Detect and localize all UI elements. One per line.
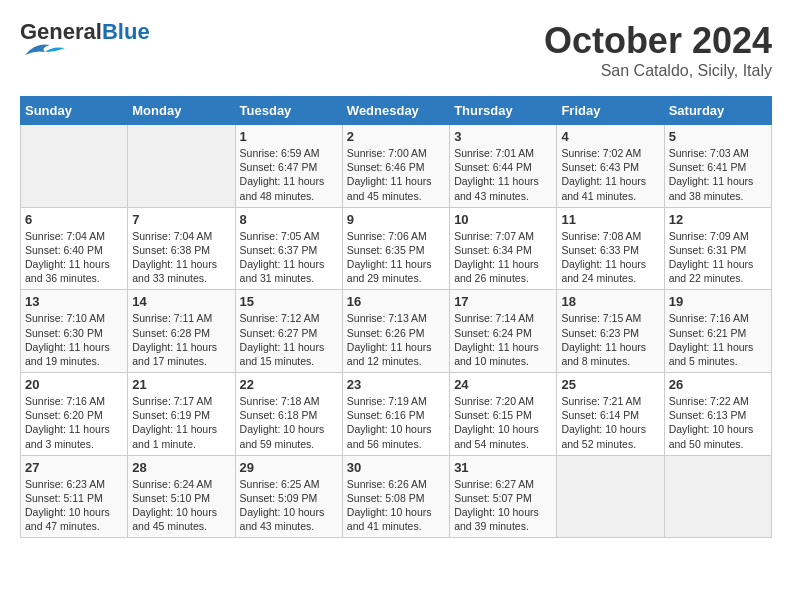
calendar-cell xyxy=(21,125,128,208)
calendar-header: Sunday Monday Tuesday Wednesday Thursday… xyxy=(21,97,772,125)
col-tuesday: Tuesday xyxy=(235,97,342,125)
calendar-cell: 2Sunrise: 7:00 AM Sunset: 6:46 PM Daylig… xyxy=(342,125,449,208)
calendar-cell: 24Sunrise: 7:20 AM Sunset: 6:15 PM Dayli… xyxy=(450,373,557,456)
calendar-week-1: 1Sunrise: 6:59 AM Sunset: 6:47 PM Daylig… xyxy=(21,125,772,208)
day-number: 28 xyxy=(132,460,230,475)
day-number: 19 xyxy=(669,294,767,309)
month-title: October 2024 xyxy=(544,20,772,62)
day-number: 2 xyxy=(347,129,445,144)
calendar-cell: 13Sunrise: 7:10 AM Sunset: 6:30 PM Dayli… xyxy=(21,290,128,373)
calendar-week-2: 6Sunrise: 7:04 AM Sunset: 6:40 PM Daylig… xyxy=(21,207,772,290)
day-info: Sunrise: 7:00 AM Sunset: 6:46 PM Dayligh… xyxy=(347,146,445,203)
calendar-cell: 20Sunrise: 7:16 AM Sunset: 6:20 PM Dayli… xyxy=(21,373,128,456)
day-number: 16 xyxy=(347,294,445,309)
day-number: 12 xyxy=(669,212,767,227)
day-info: Sunrise: 6:27 AM Sunset: 5:07 PM Dayligh… xyxy=(454,477,552,534)
day-info: Sunrise: 7:07 AM Sunset: 6:34 PM Dayligh… xyxy=(454,229,552,286)
col-friday: Friday xyxy=(557,97,664,125)
day-number: 24 xyxy=(454,377,552,392)
calendar-cell xyxy=(557,455,664,538)
day-info: Sunrise: 7:19 AM Sunset: 6:16 PM Dayligh… xyxy=(347,394,445,451)
calendar-cell: 23Sunrise: 7:19 AM Sunset: 6:16 PM Dayli… xyxy=(342,373,449,456)
logo-blue-text: Blue xyxy=(102,19,150,44)
day-number: 30 xyxy=(347,460,445,475)
calendar-cell: 4Sunrise: 7:02 AM Sunset: 6:43 PM Daylig… xyxy=(557,125,664,208)
day-number: 17 xyxy=(454,294,552,309)
calendar-cell: 8Sunrise: 7:05 AM Sunset: 6:37 PM Daylig… xyxy=(235,207,342,290)
calendar-cell: 1Sunrise: 6:59 AM Sunset: 6:47 PM Daylig… xyxy=(235,125,342,208)
day-number: 23 xyxy=(347,377,445,392)
day-number: 9 xyxy=(347,212,445,227)
day-number: 4 xyxy=(561,129,659,144)
day-info: Sunrise: 7:18 AM Sunset: 6:18 PM Dayligh… xyxy=(240,394,338,451)
day-number: 22 xyxy=(240,377,338,392)
calendar-cell: 10Sunrise: 7:07 AM Sunset: 6:34 PM Dayli… xyxy=(450,207,557,290)
col-monday: Monday xyxy=(128,97,235,125)
location: San Cataldo, Sicily, Italy xyxy=(544,62,772,80)
day-number: 27 xyxy=(25,460,123,475)
calendar-cell: 19Sunrise: 7:16 AM Sunset: 6:21 PM Dayli… xyxy=(664,290,771,373)
day-info: Sunrise: 7:12 AM Sunset: 6:27 PM Dayligh… xyxy=(240,311,338,368)
day-info: Sunrise: 7:10 AM Sunset: 6:30 PM Dayligh… xyxy=(25,311,123,368)
col-thursday: Thursday xyxy=(450,97,557,125)
day-number: 10 xyxy=(454,212,552,227)
calendar-cell: 21Sunrise: 7:17 AM Sunset: 6:19 PM Dayli… xyxy=(128,373,235,456)
day-number: 21 xyxy=(132,377,230,392)
day-info: Sunrise: 6:26 AM Sunset: 5:08 PM Dayligh… xyxy=(347,477,445,534)
calendar-cell: 22Sunrise: 7:18 AM Sunset: 6:18 PM Dayli… xyxy=(235,373,342,456)
day-info: Sunrise: 7:17 AM Sunset: 6:19 PM Dayligh… xyxy=(132,394,230,451)
calendar-cell: 27Sunrise: 6:23 AM Sunset: 5:11 PM Dayli… xyxy=(21,455,128,538)
calendar-cell xyxy=(128,125,235,208)
day-info: Sunrise: 7:20 AM Sunset: 6:15 PM Dayligh… xyxy=(454,394,552,451)
calendar-cell: 7Sunrise: 7:04 AM Sunset: 6:38 PM Daylig… xyxy=(128,207,235,290)
day-number: 3 xyxy=(454,129,552,144)
calendar-cell: 25Sunrise: 7:21 AM Sunset: 6:14 PM Dayli… xyxy=(557,373,664,456)
day-info: Sunrise: 6:25 AM Sunset: 5:09 PM Dayligh… xyxy=(240,477,338,534)
day-number: 5 xyxy=(669,129,767,144)
day-info: Sunrise: 7:01 AM Sunset: 6:44 PM Dayligh… xyxy=(454,146,552,203)
calendar-cell: 30Sunrise: 6:26 AM Sunset: 5:08 PM Dayli… xyxy=(342,455,449,538)
calendar-body: 1Sunrise: 6:59 AM Sunset: 6:47 PM Daylig… xyxy=(21,125,772,538)
day-number: 29 xyxy=(240,460,338,475)
day-number: 1 xyxy=(240,129,338,144)
calendar-cell: 31Sunrise: 6:27 AM Sunset: 5:07 PM Dayli… xyxy=(450,455,557,538)
day-info: Sunrise: 7:16 AM Sunset: 6:20 PM Dayligh… xyxy=(25,394,123,451)
calendar-cell: 12Sunrise: 7:09 AM Sunset: 6:31 PM Dayli… xyxy=(664,207,771,290)
day-number: 7 xyxy=(132,212,230,227)
day-number: 20 xyxy=(25,377,123,392)
calendar-cell: 28Sunrise: 6:24 AM Sunset: 5:10 PM Dayli… xyxy=(128,455,235,538)
calendar-cell: 26Sunrise: 7:22 AM Sunset: 6:13 PM Dayli… xyxy=(664,373,771,456)
day-number: 13 xyxy=(25,294,123,309)
header-row: Sunday Monday Tuesday Wednesday Thursday… xyxy=(21,97,772,125)
day-info: Sunrise: 6:59 AM Sunset: 6:47 PM Dayligh… xyxy=(240,146,338,203)
calendar-cell: 14Sunrise: 7:11 AM Sunset: 6:28 PM Dayli… xyxy=(128,290,235,373)
calendar-week-3: 13Sunrise: 7:10 AM Sunset: 6:30 PM Dayli… xyxy=(21,290,772,373)
day-info: Sunrise: 7:02 AM Sunset: 6:43 PM Dayligh… xyxy=(561,146,659,203)
day-info: Sunrise: 7:05 AM Sunset: 6:37 PM Dayligh… xyxy=(240,229,338,286)
calendar-cell: 15Sunrise: 7:12 AM Sunset: 6:27 PM Dayli… xyxy=(235,290,342,373)
day-info: Sunrise: 7:08 AM Sunset: 6:33 PM Dayligh… xyxy=(561,229,659,286)
calendar-cell: 5Sunrise: 7:03 AM Sunset: 6:41 PM Daylig… xyxy=(664,125,771,208)
day-info: Sunrise: 7:06 AM Sunset: 6:35 PM Dayligh… xyxy=(347,229,445,286)
day-info: Sunrise: 7:04 AM Sunset: 6:40 PM Dayligh… xyxy=(25,229,123,286)
logo-general-text: General xyxy=(20,19,102,44)
calendar-week-5: 27Sunrise: 6:23 AM Sunset: 5:11 PM Dayli… xyxy=(21,455,772,538)
calendar-table: Sunday Monday Tuesday Wednesday Thursday… xyxy=(20,96,772,538)
day-info: Sunrise: 7:11 AM Sunset: 6:28 PM Dayligh… xyxy=(132,311,230,368)
day-info: Sunrise: 7:14 AM Sunset: 6:24 PM Dayligh… xyxy=(454,311,552,368)
calendar-cell: 18Sunrise: 7:15 AM Sunset: 6:23 PM Dayli… xyxy=(557,290,664,373)
day-info: Sunrise: 7:09 AM Sunset: 6:31 PM Dayligh… xyxy=(669,229,767,286)
day-info: Sunrise: 7:21 AM Sunset: 6:14 PM Dayligh… xyxy=(561,394,659,451)
calendar-cell: 16Sunrise: 7:13 AM Sunset: 6:26 PM Dayli… xyxy=(342,290,449,373)
day-number: 25 xyxy=(561,377,659,392)
day-info: Sunrise: 7:03 AM Sunset: 6:41 PM Dayligh… xyxy=(669,146,767,203)
day-number: 8 xyxy=(240,212,338,227)
col-wednesday: Wednesday xyxy=(342,97,449,125)
day-number: 6 xyxy=(25,212,123,227)
day-info: Sunrise: 7:22 AM Sunset: 6:13 PM Dayligh… xyxy=(669,394,767,451)
calendar-cell: 6Sunrise: 7:04 AM Sunset: 6:40 PM Daylig… xyxy=(21,207,128,290)
day-info: Sunrise: 7:16 AM Sunset: 6:21 PM Dayligh… xyxy=(669,311,767,368)
day-number: 26 xyxy=(669,377,767,392)
calendar-cell: 11Sunrise: 7:08 AM Sunset: 6:33 PM Dayli… xyxy=(557,207,664,290)
calendar-cell: 17Sunrise: 7:14 AM Sunset: 6:24 PM Dayli… xyxy=(450,290,557,373)
